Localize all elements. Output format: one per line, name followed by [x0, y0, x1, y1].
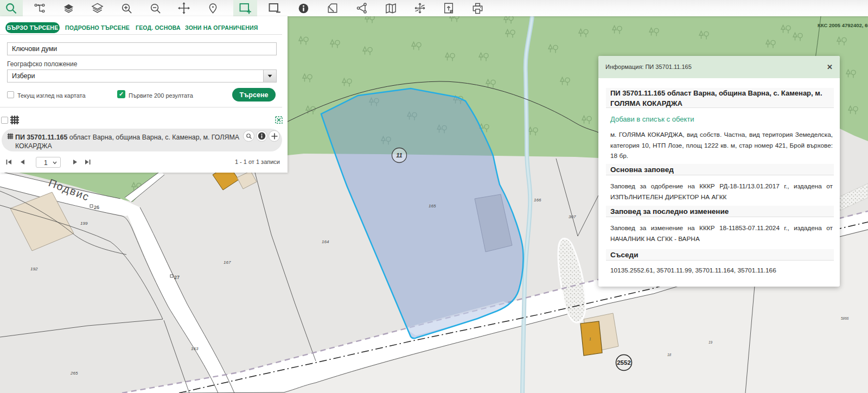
svg-text:ККС 2005 4792402, 696: ККС 2005 4792402, 696 — [818, 22, 868, 28]
svg-text:167: 167 — [224, 260, 231, 265]
svg-text:164: 164 — [322, 239, 329, 244]
svg-text:192: 192 — [30, 267, 38, 271]
svg-text:165: 165 — [429, 204, 436, 208]
svg-text:11: 11 — [396, 152, 402, 159]
svg-text:1: 1 — [589, 337, 591, 341]
svg-text:2552: 2552 — [617, 359, 631, 366]
svg-text:166: 166 — [534, 198, 541, 202]
svg-text:265: 265 — [70, 371, 78, 376]
svg-text:19: 19 — [709, 340, 713, 344]
svg-text:18: 18 — [667, 353, 672, 357]
svg-text:5866: 5866 — [841, 316, 849, 320]
svg-text:26: 26 — [94, 205, 99, 210]
svg-text:27: 27 — [174, 275, 180, 280]
svg-text:199: 199 — [80, 221, 88, 226]
svg-text:307: 307 — [569, 214, 576, 219]
svg-text:163: 163 — [191, 346, 199, 351]
